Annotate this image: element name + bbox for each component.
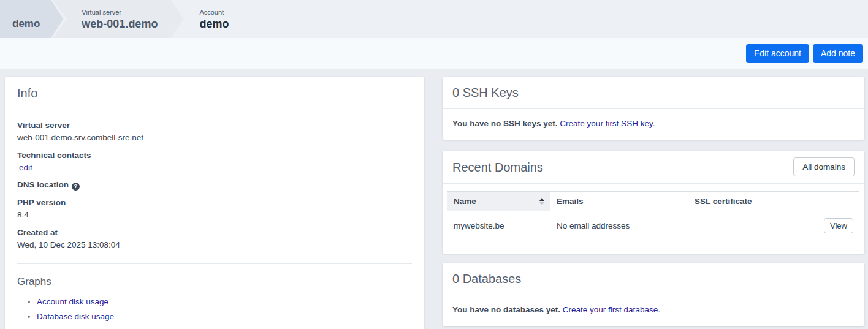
all-domains-button[interactable]: All domains xyxy=(793,157,855,176)
account-disk-usage-link[interactable]: Account disk usage xyxy=(37,297,108,306)
breadcrumb-item-account: Account demo xyxy=(183,0,241,38)
breadcrumb-title: demo xyxy=(199,18,229,30)
sort-ascending-icon xyxy=(539,198,544,205)
field-php-version: PHP version 8.4 xyxy=(17,197,412,221)
databases-card: 0 Databases You have no databases yet. C… xyxy=(443,263,864,326)
recent-domains-card: Recent Domains All domains Name xyxy=(443,151,864,254)
column-header-name[interactable]: Name xyxy=(447,192,550,211)
info-card: Info Virtual server web-001.demo.srv.com… xyxy=(5,77,424,329)
domain-ssl-cell xyxy=(688,211,818,241)
breadcrumb-title: demo xyxy=(12,18,40,30)
toolbar: Edit account Add note xyxy=(0,38,868,69)
info-card-title: Info xyxy=(17,85,37,102)
column-header-label: Name xyxy=(454,196,476,206)
field-label: DNS location xyxy=(17,180,69,189)
domains-table: Name Emails SSL certificate xyxy=(447,191,859,240)
recent-domains-card-title: Recent Domains xyxy=(452,159,543,176)
databases-empty-text: You have no databases yet. xyxy=(452,305,560,314)
edit-contacts-link[interactable]: edit xyxy=(17,163,32,172)
graphs-list: Account disk usage Database disk usage xyxy=(17,297,412,322)
field-label: Virtual server xyxy=(17,120,412,131)
create-database-link[interactable]: Create your first database. xyxy=(563,305,660,314)
database-disk-usage-link[interactable]: Database disk usage xyxy=(37,312,114,321)
ssh-empty-text: You have no SSH keys yet. xyxy=(452,119,558,128)
breadcrumb: demo Virtual server web-001.demo Account… xyxy=(0,0,868,38)
help-circle-icon[interactable] xyxy=(72,183,80,191)
breadcrumb-item-demo[interactable]: demo xyxy=(0,0,63,38)
ssh-keys-card: 0 SSH Keys You have no SSH keys yet. Cre… xyxy=(443,77,864,140)
view-domain-button[interactable]: View xyxy=(824,218,853,233)
field-virtual-server: Virtual server web-001.demo.srv.combell-… xyxy=(17,120,412,143)
table-header-row: Name Emails SSL certificate xyxy=(447,192,859,211)
list-item: Database disk usage xyxy=(37,311,412,322)
field-label: PHP version xyxy=(17,197,412,208)
domain-emails-cell: No email addresses xyxy=(550,211,688,241)
field-technical-contacts: Technical contacts edit xyxy=(17,150,412,173)
graphs-section-title: Graphs xyxy=(17,275,412,289)
breadcrumb-label xyxy=(12,8,40,17)
list-item: Account disk usage xyxy=(37,297,412,307)
add-note-button[interactable]: Add note xyxy=(813,44,863,63)
column-header-actions xyxy=(818,192,859,211)
breadcrumb-label: Account xyxy=(199,8,229,17)
table-row: mywebsite.be No email addresses View xyxy=(447,211,859,241)
breadcrumb-label: Virtual server xyxy=(82,8,158,17)
domain-name-cell: mywebsite.be xyxy=(447,211,550,241)
field-label: Created at xyxy=(17,227,412,238)
field-value: 8.4 xyxy=(17,210,412,221)
breadcrumb-title: web-001.demo xyxy=(82,18,158,30)
edit-account-button[interactable]: Edit account xyxy=(746,44,809,63)
field-dns-location: DNS location xyxy=(17,180,412,191)
column-header-emails[interactable]: Emails xyxy=(550,192,688,211)
databases-card-title: 0 Databases xyxy=(452,270,521,287)
field-value: Wed, 10 Dec 2025 13:08:04 xyxy=(17,240,412,251)
page-content: Info Virtual server web-001.demo.srv.com… xyxy=(0,69,868,329)
field-created-at: Created at Wed, 10 Dec 2025 13:08:04 xyxy=(17,227,412,251)
divider xyxy=(17,263,412,264)
ssh-keys-card-title: 0 SSH Keys xyxy=(452,84,519,101)
field-value: web-001.demo.srv.combell-sre.net xyxy=(17,132,412,143)
breadcrumb-item-virtual-server[interactable]: Virtual server web-001.demo xyxy=(52,0,183,38)
column-header-ssl-certificate[interactable]: SSL certificate xyxy=(688,192,818,211)
create-ssh-key-link[interactable]: Create your first SSH key. xyxy=(560,119,655,128)
field-label: Technical contacts xyxy=(17,150,412,161)
